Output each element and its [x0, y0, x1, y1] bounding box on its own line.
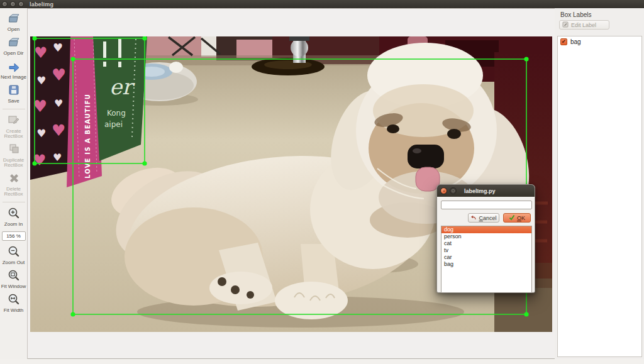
window-minimize-button[interactable] [10, 1, 16, 7]
fit-width-label: Fit Width [0, 308, 28, 313]
label-option-car[interactable]: car [441, 254, 531, 261]
dialog-body: Cancel OK dog person cat tv car bag [437, 197, 535, 297]
svg-text:♥: ♥ [34, 44, 48, 62]
window-titlebar: labelImg [0, 0, 644, 8]
svg-text:♥: ♥ [52, 65, 66, 84]
image-canvas[interactable]: ♥ ♥ ♥ ♥ ♥ ♥ ♥ ♥ ♥ ♥ LOVE IS A BEAUTIFU e… [28, 8, 555, 359]
toolbar-separator [3, 109, 25, 109]
open-dir-label: Open Dir [0, 51, 28, 56]
box-labels-panel: Box Labels Edit Label ✔ bag [555, 8, 644, 359]
delete-rectbox-button[interactable]: Delete RectBox [0, 171, 28, 197]
labelimg-window: { "window": { "title": "labelImg" }, "to… [0, 0, 644, 364]
fit-window-button[interactable]: Fit Window [0, 268, 28, 289]
label-option-person[interactable]: person [441, 233, 531, 240]
open-dir-folder-icon [7, 35, 21, 49]
dialog-titlebar[interactable]: labelImg.py [437, 185, 535, 197]
dialog-title: labelImg.py [464, 188, 496, 194]
create-rectbox-icon [7, 113, 21, 127]
fit-width-icon [7, 292, 21, 306]
dialog-close-button[interactable] [440, 187, 447, 194]
open-folder-icon [7, 11, 21, 25]
zoom-out-button[interactable]: Zoom Out [0, 245, 28, 265]
box-label-row-bag[interactable]: ✔ bag [558, 36, 641, 47]
dialog-buttons: Cancel OK [441, 213, 531, 223]
zoom-in-icon [7, 206, 21, 220]
ok-button[interactable]: OK [503, 213, 531, 223]
cancel-button[interactable]: Cancel [468, 213, 499, 223]
svg-text:♥: ♥ [52, 121, 65, 140]
checked-checkbox-icon[interactable]: ✔ [560, 38, 567, 45]
fit-width-button[interactable]: Fit Width [0, 292, 28, 313]
duplicate-rectbox-button[interactable]: Duplicate RectBox [0, 142, 28, 168]
green-bag-text-kong: Kong [107, 109, 126, 118]
status-bar [0, 359, 644, 364]
save-floppy-icon [7, 83, 21, 97]
green-bag-text-er: er [109, 74, 135, 99]
box-resize-handle[interactable] [524, 312, 528, 316]
edit-label-button[interactable]: Edit Label [559, 20, 609, 30]
save-label: Save [0, 99, 28, 104]
next-arrow-icon [7, 59, 21, 73]
toolbar-separator [3, 202, 25, 202]
box-resize-handle[interactable] [142, 161, 147, 165]
window-title: labelImg [30, 1, 53, 8]
left-toolbar: Open Open Dir Next Image Save Create Rec… [0, 8, 28, 359]
label-option-dog[interactable]: dog [441, 226, 531, 233]
next-image-button[interactable]: Next Image [0, 59, 28, 80]
label-dialog: labelImg.py Cancel OK dog person cat tv … [436, 184, 535, 293]
svg-text:♥: ♥ [54, 97, 63, 109]
green-bag-text-aipei: aipei [104, 120, 123, 129]
next-image-label: Next Image [0, 75, 28, 80]
zoom-out-icon [7, 245, 21, 258]
box-labels-title: Box Labels [560, 11, 644, 18]
box-label-text: bag [570, 38, 581, 45]
label-choice-list[interactable]: dog person cat tv car bag [441, 226, 532, 293]
create-rectbox-button[interactable]: Create RectBox [0, 113, 28, 139]
box-resize-handle[interactable] [70, 57, 75, 61]
open-label: Open [0, 27, 28, 32]
svg-text:♥: ♥ [53, 152, 62, 163]
delete-rectbox-label: Delete RectBox [0, 187, 28, 197]
duplicate-rectbox-icon [7, 142, 21, 156]
label-option-cat[interactable]: cat [441, 240, 531, 247]
dialog-maximize-button[interactable] [450, 187, 457, 194]
zoom-percent-input[interactable] [2, 231, 26, 241]
label-text-input[interactable] [441, 201, 532, 209]
pink-bag-text: LOVE IS A BEAUTIFU [84, 94, 91, 179]
box-resize-handle[interactable] [32, 161, 36, 165]
zoom-in-label: Zoom In [0, 222, 28, 227]
fit-window-icon [7, 268, 21, 282]
save-button[interactable]: Save [0, 83, 28, 104]
svg-text:♥: ♥ [36, 74, 46, 87]
box-labels-list[interactable]: ✔ bag [557, 36, 642, 357]
box-resize-handle[interactable] [70, 312, 75, 316]
zoom-in-button[interactable]: Zoom In [0, 206, 28, 227]
box-resize-handle[interactable] [524, 57, 528, 61]
open-dir-button[interactable]: Open Dir [0, 35, 28, 56]
delete-x-icon [7, 171, 21, 185]
edit-label-text: Edit Label [571, 22, 596, 28]
zoom-out-label: Zoom Out [0, 260, 28, 265]
create-rectbox-label: Create RectBox [0, 129, 28, 139]
window-maximize-button[interactable] [18, 1, 24, 7]
open-button[interactable]: Open [0, 11, 28, 32]
label-option-tv[interactable]: tv [441, 247, 531, 254]
label-option-bag[interactable]: bag [441, 261, 531, 268]
cancel-undo-icon [470, 214, 477, 222]
edit-label-icon [562, 21, 569, 29]
duplicate-rectbox-label: Duplicate RectBox [0, 158, 28, 168]
svg-text:♥: ♥ [36, 127, 46, 140]
window-close-button[interactable] [2, 1, 8, 7]
ok-check-icon [509, 214, 515, 222]
fit-window-label: Fit Window [0, 284, 28, 289]
svg-text:♥: ♥ [53, 41, 63, 54]
